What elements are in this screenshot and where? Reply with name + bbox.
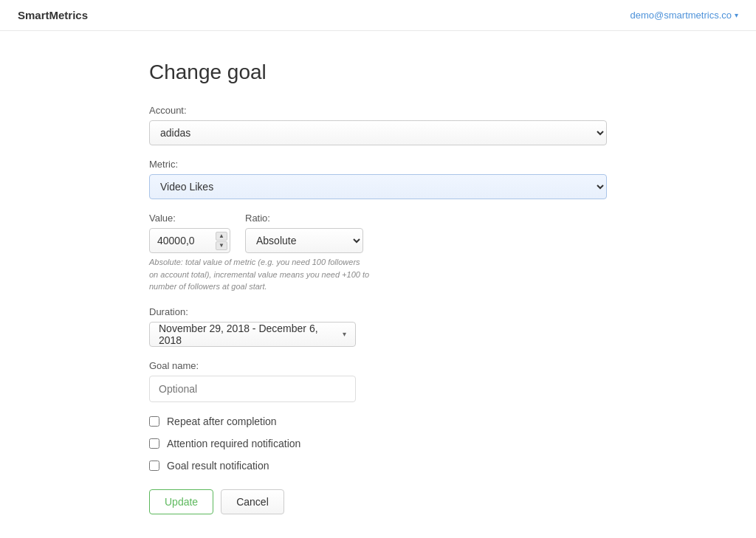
value-decrement-btn[interactable]: ▼	[216, 241, 227, 250]
form-container: Change goal Account: adidas Metric: Vide…	[149, 61, 607, 514]
account-group: Account: adidas	[149, 105, 607, 145]
goal-name-label: Goal name:	[149, 360, 607, 371]
page-title: Change goal	[149, 61, 607, 84]
value-ratio-row: Value: ▲ ▼ Ratio: Absolute Incremental	[149, 213, 607, 253]
duration-arrow: ▾	[343, 330, 346, 338]
user-menu-arrow: ▾	[735, 11, 738, 19]
helper-text: Absolute: total value of metric (e.g. yo…	[149, 256, 371, 293]
goal-name-input[interactable]	[149, 376, 356, 402]
user-email: demo@smartmetrics.co	[630, 10, 732, 21]
duration-value: November 29, 2018 - December 6, 2018	[159, 323, 337, 346]
metric-group: Metric: Video Likes Video Views Follower…	[149, 159, 607, 199]
ratio-label: Ratio:	[245, 213, 363, 224]
duration-label: Duration:	[149, 306, 607, 317]
user-menu[interactable]: demo@smartmetrics.co ▾	[630, 10, 738, 21]
metric-label: Metric:	[149, 159, 607, 170]
attention-notification-checkbox[interactable]	[149, 438, 159, 449]
attention-notification-label[interactable]: Attention required notification	[167, 438, 300, 449]
value-increment-btn[interactable]: ▲	[216, 232, 227, 241]
form-buttons: Update Cancel	[149, 489, 607, 514]
goal-result-notification-checkbox[interactable]	[149, 461, 159, 471]
header: SmartMetrics demo@smartmetrics.co ▾	[0, 0, 756, 31]
value-input-wrapper: ▲ ▼	[149, 228, 230, 253]
attention-notification-group: Attention required notification	[149, 438, 607, 449]
goal-result-notification-label[interactable]: Goal result notification	[167, 460, 269, 472]
update-button[interactable]: Update	[149, 489, 213, 514]
repeat-completion-checkbox[interactable]	[149, 416, 159, 427]
goal-result-notification-group: Goal result notification	[149, 460, 607, 472]
goal-name-group: Goal name:	[149, 360, 607, 402]
metric-select[interactable]: Video Likes Video Views Followers Likes	[149, 174, 607, 199]
account-select[interactable]: adidas	[149, 120, 607, 145]
duration-group: Duration: November 29, 2018 - December 6…	[149, 306, 607, 347]
main-content: Change goal Account: adidas Metric: Vide…	[0, 31, 756, 538]
ratio-group: Ratio: Absolute Incremental	[245, 213, 363, 253]
value-spinner: ▲ ▼	[216, 232, 227, 250]
cancel-button[interactable]: Cancel	[221, 489, 284, 514]
duration-picker[interactable]: November 29, 2018 - December 6, 2018 ▾	[149, 322, 356, 347]
account-label: Account:	[149, 105, 607, 116]
value-group: Value: ▲ ▼	[149, 213, 230, 253]
app-logo: SmartMetrics	[18, 9, 88, 21]
repeat-completion-label[interactable]: Repeat after completion	[167, 415, 277, 427]
repeat-completion-group: Repeat after completion	[149, 415, 607, 427]
ratio-select[interactable]: Absolute Incremental	[245, 228, 363, 253]
value-label: Value:	[149, 213, 230, 224]
